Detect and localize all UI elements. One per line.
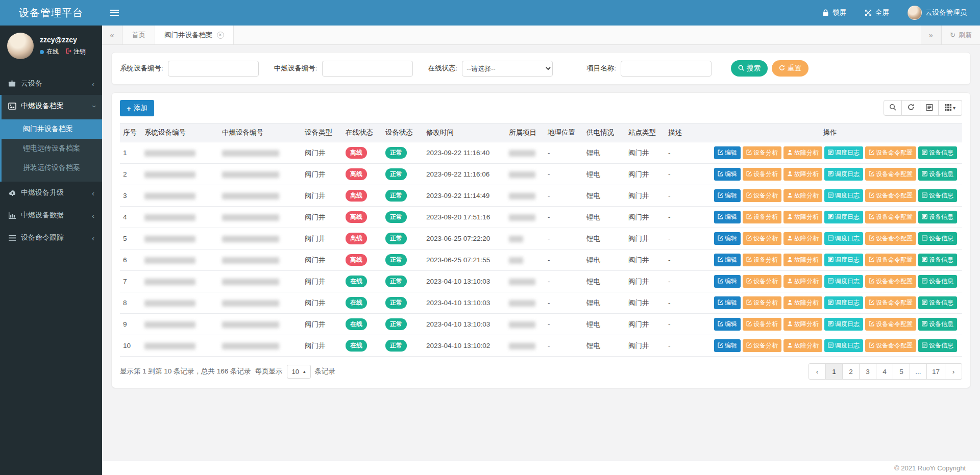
- action-device-command-config-button[interactable]: 设备命令配置: [865, 189, 916, 202]
- tab-refresh-button[interactable]: ↻ 刷新: [941, 26, 980, 44]
- search-button[interactable]: 搜索: [731, 60, 768, 77]
- action-device-info-button[interactable]: 设备信息: [918, 339, 957, 352]
- action-device-command-config-button[interactable]: 设备命令配置: [865, 146, 916, 159]
- sidebar-item-valve-well-archives[interactable]: 阀门井设备档案: [2, 119, 102, 139]
- action-device-info-button[interactable]: 设备信息: [918, 211, 957, 223]
- action-device-command-config-button[interactable]: 设备命令配置: [865, 339, 916, 352]
- reset-button[interactable]: 重置: [772, 60, 808, 77]
- action-edit-button[interactable]: 编辑: [714, 146, 741, 159]
- action-device-analysis-button[interactable]: 设备分析: [743, 254, 781, 266]
- action-dispatch-log-button[interactable]: 调度日志: [824, 339, 863, 352]
- action-device-command-config-button[interactable]: 设备命令配置: [865, 296, 916, 309]
- tab-home[interactable]: 首页: [122, 26, 155, 44]
- pagination-page-17[interactable]: 17: [926, 363, 945, 380]
- page-size-select[interactable]: 10 ▴: [287, 365, 311, 379]
- action-device-analysis-button[interactable]: 设备分析: [743, 168, 781, 181]
- pagination-page-4[interactable]: 4: [876, 363, 893, 380]
- pagination-page-2[interactable]: 2: [842, 363, 860, 380]
- action-device-analysis-button[interactable]: 设备分析: [743, 189, 781, 202]
- fullscreen-button[interactable]: 全屏: [855, 0, 898, 26]
- action-device-analysis-button[interactable]: 设备分析: [743, 232, 781, 245]
- action-device-info-button[interactable]: 设备信息: [918, 254, 957, 266]
- action-device-info-button[interactable]: 设备信息: [918, 318, 957, 331]
- action-edit-button[interactable]: 编辑: [714, 211, 741, 223]
- action-device-info-button[interactable]: 设备信息: [918, 189, 957, 202]
- sidebar-item-command-tracking[interactable]: 设备命令跟踪 ‹: [0, 227, 102, 249]
- table-refresh-button[interactable]: [902, 100, 920, 116]
- action-dispatch-log-button[interactable]: 调度日志: [824, 275, 863, 288]
- tab-close-icon[interactable]: ×: [217, 32, 224, 39]
- action-device-info-button[interactable]: 设备信息: [918, 146, 957, 159]
- action-device-command-config-button[interactable]: 设备命令配置: [865, 168, 916, 181]
- action-device-command-config-button[interactable]: 设备命令配置: [865, 275, 916, 288]
- action-device-analysis-button[interactable]: 设备分析: [743, 211, 781, 223]
- action-edit-button[interactable]: 编辑: [714, 254, 741, 266]
- action-device-analysis-button[interactable]: 设备分析: [743, 146, 781, 159]
- action-fault-analysis-button[interactable]: 故障分析: [783, 189, 822, 202]
- action-fault-analysis-button[interactable]: 故障分析: [783, 168, 822, 181]
- action-dispatch-log-button[interactable]: 调度日志: [824, 232, 863, 245]
- logout-button[interactable]: 注销: [65, 47, 86, 56]
- sidebar-item-device-upgrade[interactable]: 中燃设备升级 ‹: [0, 182, 102, 204]
- action-dispatch-log-button[interactable]: 调度日志: [824, 254, 863, 266]
- action-device-command-config-button[interactable]: 设备命令配置: [865, 211, 916, 223]
- lock-screen-button[interactable]: 锁屏: [813, 0, 855, 26]
- profile-menu[interactable]: 云设备管理员: [898, 0, 980, 26]
- action-fault-analysis-button[interactable]: 故障分析: [783, 339, 822, 352]
- action-edit-button[interactable]: 编辑: [714, 168, 741, 181]
- action-edit-button[interactable]: 编辑: [714, 275, 741, 288]
- action-dispatch-log-button[interactable]: 调度日志: [824, 168, 863, 181]
- detail-view-button[interactable]: [920, 100, 939, 116]
- action-edit-button[interactable]: 编辑: [714, 318, 741, 331]
- pagination-ellipsis[interactable]: ...: [910, 363, 927, 380]
- action-edit-button[interactable]: 编辑: [714, 232, 741, 245]
- pagination-prev-button[interactable]: ‹: [808, 363, 826, 380]
- cn-device-no-input[interactable]: [322, 61, 413, 77]
- action-fault-analysis-button[interactable]: 故障分析: [783, 232, 822, 245]
- action-device-analysis-button[interactable]: 设备分析: [743, 296, 781, 309]
- action-device-info-button[interactable]: 设备信息: [918, 232, 957, 245]
- action-fault-analysis-button[interactable]: 故障分析: [783, 275, 822, 288]
- action-device-analysis-button[interactable]: 设备分析: [743, 318, 781, 331]
- action-fault-analysis-button[interactable]: 故障分析: [783, 318, 822, 331]
- action-device-command-config-button[interactable]: 设备命令配置: [865, 318, 916, 331]
- action-fault-analysis-button[interactable]: 故障分析: [783, 211, 822, 223]
- action-device-info-button[interactable]: 设备信息: [918, 275, 957, 288]
- sidebar-item-device-data[interactable]: 中燃设备数据 ‹: [0, 204, 102, 227]
- action-edit-button[interactable]: 编辑: [714, 339, 741, 352]
- sidebar-item-cloud-devices[interactable]: 云设备 ‹: [0, 72, 102, 95]
- action-device-info-button[interactable]: 设备信息: [918, 168, 957, 181]
- project-name-input[interactable]: [621, 61, 712, 77]
- tabs-scroll-right-button[interactable]: »: [921, 26, 941, 44]
- action-device-command-config-button[interactable]: 设备命令配置: [865, 254, 916, 266]
- action-fault-analysis-button[interactable]: 故障分析: [783, 254, 822, 266]
- action-dispatch-log-button[interactable]: 调度日志: [824, 211, 863, 223]
- pagination-next-button[interactable]: ›: [945, 363, 962, 380]
- sidebar-toggle-button[interactable]: [102, 0, 127, 26]
- action-dispatch-log-button[interactable]: 调度日志: [824, 189, 863, 202]
- action-device-analysis-button[interactable]: 设备分析: [743, 275, 781, 288]
- pagination-page-1[interactable]: 1: [825, 363, 843, 380]
- action-fault-analysis-button[interactable]: 故障分析: [783, 146, 822, 159]
- pagination-page-5[interactable]: 5: [893, 363, 910, 380]
- action-edit-button[interactable]: 编辑: [714, 296, 741, 309]
- action-device-info-button[interactable]: 设备信息: [918, 296, 957, 309]
- pagination-page-3[interactable]: 3: [859, 363, 876, 380]
- add-button[interactable]: + 添加: [120, 100, 154, 116]
- action-edit-button[interactable]: 编辑: [714, 189, 741, 202]
- action-device-command-config-button[interactable]: 设备命令配置: [865, 232, 916, 245]
- columns-button[interactable]: ▾: [939, 100, 962, 116]
- system-device-no-input[interactable]: [168, 61, 259, 77]
- sidebar-item-device-archives[interactable]: 中燃设备档案 ‹ 阀门井设备档案 锂电远传设备档案 拼装远传设备档案: [0, 95, 102, 182]
- table-search-button[interactable]: [884, 100, 902, 116]
- tab-valve-well-archives[interactable]: 阀门井设备档案 ×: [155, 26, 234, 44]
- action-dispatch-log-button[interactable]: 调度日志: [824, 318, 863, 331]
- action-device-analysis-button[interactable]: 设备分析: [743, 339, 781, 352]
- online-state-select[interactable]: --请选择--: [462, 61, 553, 77]
- action-dispatch-log-button[interactable]: 调度日志: [824, 146, 863, 159]
- sidebar-item-assembled-remote-archives[interactable]: 拼装远传设备档案: [2, 158, 102, 178]
- action-dispatch-log-button[interactable]: 调度日志: [824, 296, 863, 309]
- tabs-scroll-left-button[interactable]: «: [102, 26, 122, 44]
- action-fault-analysis-button[interactable]: 故障分析: [783, 296, 822, 309]
- sidebar-item-lithium-remote-archives[interactable]: 锂电远传设备档案: [2, 139, 102, 158]
